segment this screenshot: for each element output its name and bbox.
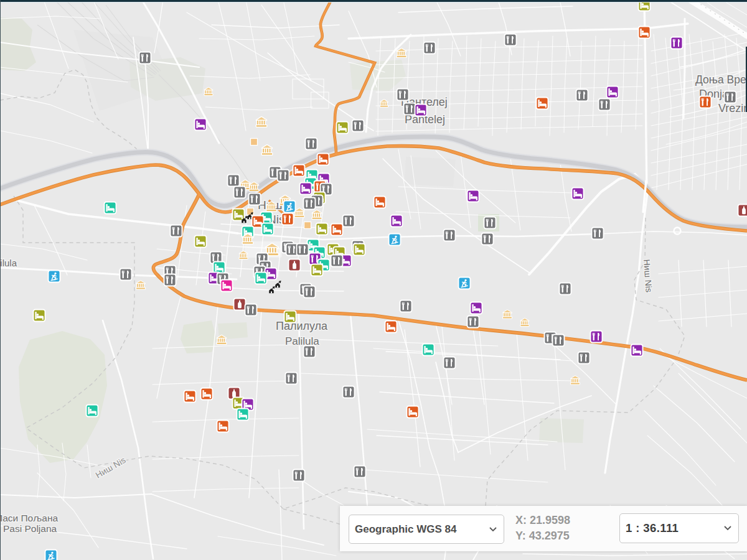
svg-text:Vrezina: Vrezina <box>718 102 747 114</box>
svg-text:Pasi Poljana: Pasi Poljana <box>3 523 57 534</box>
svg-text:Доња Врежина: Доња Врежина <box>695 73 747 86</box>
svg-text:Палилула: Палилула <box>276 320 328 332</box>
svg-text:Паси Пољана: Паси Пољана <box>0 513 58 523</box>
svg-text:lilula: lilula <box>0 258 17 268</box>
